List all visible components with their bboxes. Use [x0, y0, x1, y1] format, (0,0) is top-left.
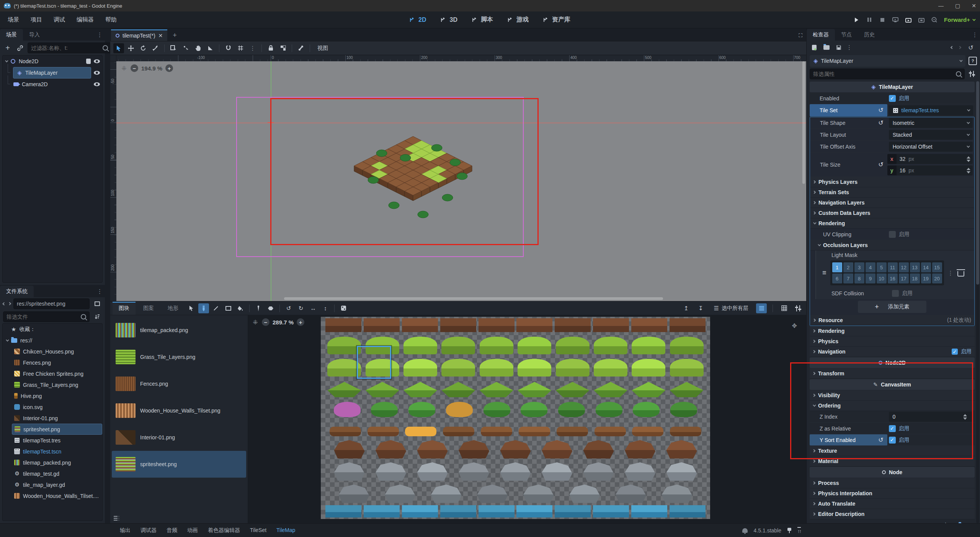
split-view-icon[interactable] — [93, 299, 102, 308]
tile-source-row[interactable]: tilemap_packed.png — [112, 317, 246, 344]
history-back-icon[interactable] — [3, 302, 6, 305]
tile-shape-select[interactable]: Isometric — [889, 118, 973, 128]
favorites-row[interactable]: ★ 收藏： — [3, 324, 102, 335]
bottom-panel-tab[interactable]: 着色器编辑器 — [203, 524, 245, 537]
checkbox[interactable]: ✓ — [889, 425, 896, 432]
layer-bit-cell[interactable]: 6 — [832, 273, 842, 283]
play-custom-scene-button[interactable] — [918, 16, 924, 23]
scene-tab[interactable]: tilemapTest(*) ✕ — [111, 29, 167, 41]
layer-bit-cell[interactable]: 10 — [877, 273, 887, 283]
file-row[interactable]: spritesheet.png — [12, 424, 102, 435]
smart-snap-toggle[interactable] — [223, 43, 234, 53]
canvas-2d[interactable]: ⁜ − 194.9 % + — [116, 61, 806, 301]
group-texture[interactable]: Texture — [810, 446, 975, 456]
menu-item[interactable]: 项目 — [26, 14, 47, 25]
tree-node-camera2d[interactable]: Camera2D — [3, 79, 102, 90]
layer-bit-cell[interactable]: 18 — [910, 273, 920, 283]
pick-pivot-tool[interactable] — [180, 43, 191, 53]
layer-bit-cell[interactable]: 4 — [866, 262, 875, 272]
rect-tool[interactable] — [223, 303, 234, 313]
visibility-eye-icon[interactable] — [94, 70, 100, 76]
new-scene-tab-button[interactable]: + — [167, 30, 182, 41]
open-docs-button[interactable]: ? — [969, 57, 977, 65]
dock-options-icon[interactable]: ⋮ — [97, 288, 103, 295]
edited-object-dropdown[interactable]: ◈ TileMapLayer — [810, 55, 965, 67]
tab-inspector[interactable]: 检查器 — [807, 29, 835, 41]
rotate-left-button[interactable]: ↺ — [283, 303, 294, 313]
property-filter-input[interactable] — [810, 69, 965, 79]
layer-bit-cell[interactable]: 11 — [888, 262, 898, 272]
tile-size-y-field[interactable]: y 16 px — [887, 165, 973, 175]
group-transform[interactable]: Transform — [810, 368, 975, 379]
snap-options-menu[interactable]: ⋮ — [247, 43, 258, 53]
inspector-group[interactable]: Rendering ✓ — [810, 326, 975, 336]
inspector-group[interactable]: Terrain Sets — [810, 187, 974, 198]
zoom-in-button[interactable]: + — [297, 318, 304, 326]
file-row[interactable]: Fences.png — [12, 357, 102, 368]
inspector-properties[interactable]: ◈ TileMapLayer Enabled ✓启用 Tile Set↺ — [810, 81, 980, 523]
layer-bit-cell[interactable]: 17 — [899, 273, 909, 283]
pin-panel-icon[interactable] — [787, 528, 791, 533]
layer-bit-cell[interactable]: 16 — [888, 273, 898, 283]
layer-bit-cell[interactable]: 13 — [910, 262, 920, 272]
load-resource-button[interactable] — [822, 43, 831, 52]
move-tool[interactable] — [126, 43, 136, 53]
tab-history[interactable]: 历史 — [858, 29, 881, 41]
layer-bit-cell[interactable]: 8 — [854, 273, 864, 283]
tile-advanced-menu[interactable] — [793, 303, 804, 313]
renderer-profile-dropdown[interactable]: Forward+ — [944, 16, 975, 23]
zoom-level[interactable]: 194.9 % — [141, 65, 162, 72]
class-header-node[interactable]: Node — [810, 467, 975, 478]
history-forward-icon[interactable] — [8, 302, 11, 305]
distraction-free-icon[interactable]: ⛶ — [799, 32, 802, 39]
file-filter-input[interactable] — [3, 311, 90, 322]
highlight-selected-layer-toggle[interactable] — [756, 303, 767, 313]
revert-icon[interactable]: ↺ — [878, 437, 883, 443]
group-resource[interactable]: Resource (1 处改动) — [810, 315, 974, 326]
flip-horizontal-button[interactable]: ↔ — [308, 303, 318, 313]
workspace-tab[interactable]: 资产库 — [539, 14, 575, 26]
inspector-group[interactable]: Process — [810, 478, 975, 488]
bottom-panel-tab[interactable]: 输出 — [115, 524, 136, 537]
horizontal-scrollbar[interactable] — [284, 297, 663, 300]
bottom-panel-tab[interactable]: 音频 — [162, 524, 182, 537]
list-select-tool[interactable] — [168, 43, 179, 53]
inspector-tools-icon[interactable] — [968, 69, 977, 79]
spinner[interactable] — [967, 168, 973, 174]
file-row[interactable]: Free Chicken Sprites.png — [12, 368, 102, 379]
tile-offset-axis-select[interactable]: Horizontal Offset — [889, 142, 973, 152]
layer-bit-cell[interactable]: 2 — [843, 262, 853, 272]
paint-tool[interactable] — [198, 303, 209, 313]
atlas-view[interactable]: ⁜ − 289.7 % + ✥ — [248, 315, 806, 523]
tile-source-row[interactable]: spritesheet.png — [112, 451, 246, 478]
menu-item[interactable]: 调试 — [49, 14, 70, 25]
tab-filesystem[interactable]: 文件系统 — [0, 286, 34, 297]
bottom-panel-tab[interactable]: 调试器 — [136, 524, 162, 537]
inspector-group[interactable]: Physics ✓ — [810, 336, 975, 347]
maximize-button[interactable]: ▢ — [955, 3, 960, 9]
lock-button[interactable] — [265, 43, 276, 53]
file-row[interactable]: tile_map_layer.gd — [12, 479, 102, 490]
layer-bit-cell[interactable]: 7 — [843, 273, 853, 283]
picker-tool[interactable] — [253, 303, 264, 313]
expand-panel-icon[interactable]: ↑↑ — [797, 527, 801, 534]
group-ordering[interactable]: Ordering — [810, 401, 975, 411]
bottom-panel-tab[interactable]: TileSet — [245, 524, 271, 537]
add-element-button[interactable]: + 添加元素 — [858, 301, 926, 313]
line-tool[interactable] — [211, 303, 221, 313]
group-rendering-tileset[interactable]: Rendering — [810, 218, 974, 229]
class-header-canvasitem[interactable]: ✎ CanvasItem — [810, 379, 975, 390]
checkbox[interactable]: ✓ — [889, 437, 896, 444]
z-index-field[interactable]: 0 — [889, 412, 973, 422]
new-resource-button[interactable]: + — [810, 43, 819, 52]
source-sort-down-button[interactable]: ↧ — [696, 303, 706, 313]
tab-patterns[interactable]: 图案 — [137, 302, 160, 315]
save-resource-button[interactable] — [834, 43, 843, 52]
class-header-node2d[interactable]: Node2D — [810, 357, 975, 368]
inspector-group[interactable]: Physics Interpolation — [810, 488, 975, 499]
checkbox[interactable]: ✓ — [889, 95, 896, 102]
layer-bit-cell[interactable]: 20 — [932, 273, 942, 283]
revert-icon[interactable]: ↺ — [878, 162, 883, 168]
revert-icon[interactable]: ↺ — [878, 120, 883, 126]
group-material[interactable]: Material — [810, 456, 975, 467]
